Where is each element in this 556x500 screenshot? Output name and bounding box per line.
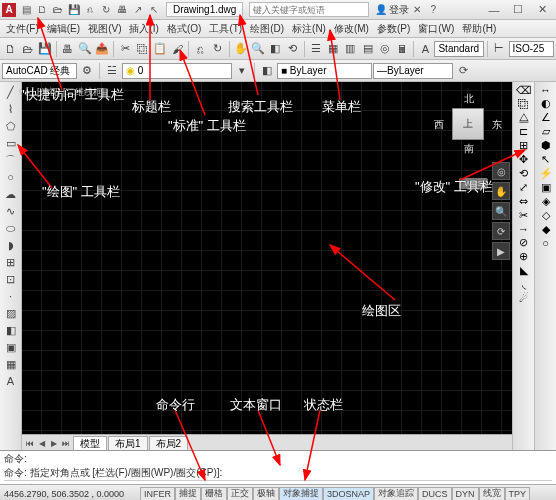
point-icon[interactable]: · bbox=[2, 288, 20, 304]
cut-icon[interactable]: ✂ bbox=[117, 40, 133, 58]
bylayer-icon[interactable]: ⟳ bbox=[454, 62, 472, 80]
layerstate-icon[interactable]: ▾ bbox=[233, 62, 251, 80]
mirror-icon[interactable]: ⧋ bbox=[519, 111, 529, 124]
undo2-icon[interactable]: ⎌ bbox=[192, 40, 208, 58]
status-dyn[interactable]: DYN bbox=[452, 487, 479, 501]
status-snap[interactable]: 捕捉 bbox=[175, 487, 201, 501]
radius-icon[interactable]: ◐ bbox=[541, 97, 551, 110]
polyline-icon[interactable]: ⌇ bbox=[2, 101, 20, 117]
quickselect-icon[interactable]: ⚡ bbox=[539, 167, 553, 180]
zoom2-icon[interactable]: 🔍 bbox=[492, 202, 510, 220]
redo-icon[interactable]: ↻ bbox=[99, 3, 113, 17]
revcloud-icon[interactable]: ☁ bbox=[2, 186, 20, 202]
table-icon[interactable]: ▦ bbox=[2, 356, 20, 372]
region-icon[interactable]: ▣ bbox=[2, 339, 20, 355]
layer-combo[interactable]: ◉ 0 bbox=[122, 63, 232, 79]
redo2-icon[interactable]: ↻ bbox=[210, 40, 226, 58]
menu-edit[interactable]: 编辑(E) bbox=[43, 22, 84, 36]
move-icon[interactable]: ✥ bbox=[519, 153, 528, 166]
tab-layout1[interactable]: 布局1 bbox=[108, 436, 148, 450]
app-logo[interactable]: A bbox=[2, 3, 16, 17]
plot-icon[interactable]: 🖶 bbox=[60, 40, 76, 58]
tab-model[interactable]: 模型 bbox=[73, 436, 107, 450]
linetype-combo[interactable]: ■ ByLayer bbox=[277, 63, 372, 79]
viewcube-east[interactable]: 东 bbox=[492, 118, 502, 132]
zoom-icon[interactable]: 🔍 bbox=[250, 40, 266, 58]
tab-last-icon[interactable]: ⏭ bbox=[60, 436, 72, 450]
preview-icon[interactable]: 🔍 bbox=[77, 40, 93, 58]
copy2-icon[interactable]: ⿻ bbox=[518, 98, 529, 110]
exchange-icon[interactable]: ✕ bbox=[410, 3, 424, 17]
status-otrack[interactable]: 对象追踪 bbox=[374, 487, 418, 501]
area-icon[interactable]: ▱ bbox=[542, 125, 550, 138]
open-file-icon[interactable]: 🗁 bbox=[19, 40, 35, 58]
dimstyle-icon[interactable]: ⊢ bbox=[491, 40, 507, 58]
ellipsearc-icon[interactable]: ◗ bbox=[2, 237, 20, 253]
select-icon[interactable]: ↖ bbox=[541, 153, 550, 166]
menu-window[interactable]: 窗口(W) bbox=[414, 22, 458, 36]
layerprops-icon[interactable]: ☱ bbox=[103, 62, 121, 80]
toolpalettes-icon[interactable]: ▥ bbox=[342, 40, 358, 58]
menu-dimension[interactable]: 标注(N) bbox=[288, 22, 330, 36]
arrow-icon[interactable]: ↗ bbox=[131, 3, 145, 17]
join-icon[interactable]: ⊕ bbox=[519, 250, 528, 263]
status-ortho[interactable]: 正交 bbox=[227, 487, 253, 501]
properties-icon[interactable]: ☰ bbox=[308, 40, 324, 58]
rectangle-icon[interactable]: ▭ bbox=[2, 135, 20, 151]
extend-icon[interactable]: → bbox=[518, 223, 529, 235]
textstyle-icon[interactable]: A bbox=[417, 40, 433, 58]
paste-icon[interactable]: 📋 bbox=[152, 40, 168, 58]
new-icon[interactable]: 🗋 bbox=[35, 3, 49, 17]
tab-next-icon[interactable]: ▶ bbox=[48, 436, 60, 450]
hatch-icon[interactable]: ▨ bbox=[2, 305, 20, 321]
arc-icon[interactable]: ⌒ bbox=[2, 152, 20, 168]
insert-icon[interactable]: ⊞ bbox=[2, 254, 20, 270]
break-icon[interactable]: ⊘ bbox=[519, 236, 528, 249]
erase-icon[interactable]: ⌫ bbox=[516, 84, 532, 97]
quickcalc-icon[interactable]: 🖩 bbox=[394, 40, 410, 58]
login-button[interactable]: 👤 登录 bbox=[375, 3, 409, 17]
menu-insert[interactable]: 插入(I) bbox=[125, 22, 162, 36]
lineweight-combo[interactable]: — ByLayer bbox=[373, 63, 453, 79]
offset-icon[interactable]: ⊏ bbox=[519, 125, 528, 138]
menu-format[interactable]: 格式(O) bbox=[163, 22, 205, 36]
explode-icon[interactable]: ☄ bbox=[519, 292, 529, 305]
status-lwt[interactable]: 线宽 bbox=[479, 487, 505, 501]
trim-icon[interactable]: ✂ bbox=[519, 209, 528, 222]
menu-view[interactable]: 视图(V) bbox=[84, 22, 125, 36]
etc2-icon[interactable]: ◇ bbox=[542, 209, 550, 222]
viewcube-south[interactable]: 南 bbox=[464, 142, 474, 156]
zoomwin-icon[interactable]: ◧ bbox=[267, 40, 283, 58]
stretch-icon[interactable]: ⇔ bbox=[519, 195, 528, 208]
viewport-controls[interactable]: [-][俯视][二维线框] bbox=[26, 86, 104, 99]
undo-icon[interactable]: ⎌ bbox=[83, 3, 97, 17]
workspace-combo[interactable]: AutoCAD 经典 bbox=[2, 63, 77, 79]
tab-prev-icon[interactable]: ◀ bbox=[36, 436, 48, 450]
command-input[interactable] bbox=[16, 483, 552, 485]
dimstyle-combo[interactable]: ISO-25 bbox=[509, 41, 554, 57]
menu-file[interactable]: 文件(F) bbox=[2, 22, 43, 36]
arrow2-icon[interactable]: ↖ bbox=[147, 3, 161, 17]
menu-modify[interactable]: 修改(M) bbox=[330, 22, 373, 36]
polygon-icon[interactable]: ⬠ bbox=[2, 118, 20, 134]
pan-icon[interactable]: ✋ bbox=[233, 40, 249, 58]
block-icon[interactable]: ⊡ bbox=[2, 271, 20, 287]
textstyle-combo[interactable]: Standard bbox=[434, 41, 484, 57]
gradient-icon[interactable]: ◧ bbox=[2, 322, 20, 338]
angle-icon[interactable]: ∠ bbox=[541, 111, 551, 124]
coordinates-display[interactable]: 4456.2790, 506.3502 , 0.0000 bbox=[0, 489, 140, 499]
line-icon[interactable]: ╱ bbox=[2, 84, 20, 100]
rotate-icon[interactable]: ⟲ bbox=[519, 167, 528, 180]
menu-parametric[interactable]: 参数(P) bbox=[373, 22, 414, 36]
markup-icon[interactable]: ◎ bbox=[377, 40, 393, 58]
new-file-icon[interactable]: 🗋 bbox=[2, 40, 18, 58]
zoomprev-icon[interactable]: ⟲ bbox=[285, 40, 301, 58]
chamfer-icon[interactable]: ◣ bbox=[520, 264, 528, 277]
etc1-icon[interactable]: ◈ bbox=[542, 195, 550, 208]
circle-icon[interactable]: ○ bbox=[2, 169, 20, 185]
viewcube-north[interactable]: 北 bbox=[464, 92, 474, 106]
array-icon[interactable]: ⊞ bbox=[519, 139, 528, 152]
copy-icon[interactable]: ⿻ bbox=[135, 40, 151, 58]
etc3-icon[interactable]: ◆ bbox=[542, 223, 550, 236]
steering-icon[interactable]: ◎ bbox=[492, 162, 510, 180]
